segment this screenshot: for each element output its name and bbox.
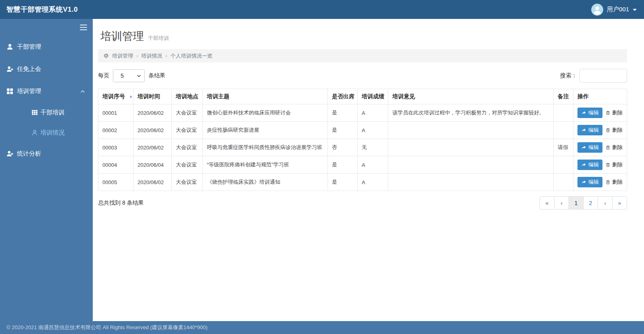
sidebar-item-label: 干部培训 [40,109,65,116]
table-header-row: 培训序号 ▲ 培训时间 培训地点 培训主题 是否出席 培训成绩 培训意见 备注 … [98,89,627,104]
per-page-select[interactable]: 5 [113,69,145,82]
cell-seq: 00004 [98,156,133,174]
delete-button[interactable]: 删除 [605,144,623,151]
cell-score: 无 [358,139,388,156]
user-name: 用户001 [607,6,629,13]
per-page-selected-value: 5 [121,73,124,79]
chevron-down-icon [137,74,141,78]
breadcrumb-item[interactable]: 培训情况 [141,52,162,60]
page-subtitle: 干部培训 [148,35,169,42]
cell-time: 2020/06/02 [133,104,172,122]
table-row: 000012020/06/02大会议室微创心脏外科技术的临床应用研讨会是A该学员… [98,104,627,122]
user-avatar-icon [591,4,603,16]
cell-place: 大会议室 [172,104,203,122]
cell-attended: 否 [328,139,358,156]
delete-button[interactable]: 删除 [605,109,623,116]
cell-place: 大会议室 [172,156,203,174]
column-header-opinion[interactable]: 培训意见 [388,89,554,104]
edit-button[interactable]: 编辑 [577,160,602,170]
delete-button[interactable]: 删除 [605,127,623,134]
column-header-seq[interactable]: 培训序号 ▲ [98,89,133,104]
pagination-first-button[interactable]: « [540,196,554,210]
column-header-place[interactable]: 培训地点 [172,89,203,104]
sidebar-item-label: 培训管理 [17,87,41,95]
cell-opinion: 该学员在此次培训过程中，学习积极努力，对所学知识掌握较好。 [388,104,554,122]
breadcrumb-separator: › [165,53,167,59]
app-window: 智慧干部管理系统V1.0 用户001 干部管理 [0,0,644,334]
cell-time: 2020/06/04 [133,156,172,174]
cell-topic: 炎症性肠病研究新进展 [203,122,328,139]
search-input[interactable] [579,69,627,83]
edit-button[interactable]: 编辑 [577,142,602,153]
sidebar-item-appointment[interactable]: 任免上会 [0,58,93,80]
cell-score: A [358,122,388,139]
breadcrumb-item[interactable]: 培训管理 [112,52,133,60]
per-page-prefix-label: 每页 [98,72,109,79]
cell-place: 大会议室 [172,139,203,156]
pagination-page-1-button[interactable]: 1 [569,196,584,210]
edit-button[interactable]: 编辑 [577,108,602,118]
cell-opinion [388,174,554,191]
cell-actions: 编辑删除 [573,122,627,139]
share-arrow-icon [581,128,586,133]
cell-topic: “等级医院疼痛科创建与规范”学习班 [203,156,328,174]
copyright-text: © 2020-2021 南通苏慧信息技术有限公司 All Rights Rese… [6,324,208,331]
cell-time: 2020/06/02 [133,122,172,139]
cogs-icon [103,53,109,59]
sort-asc-icon: ▲ [129,94,133,98]
sidebar-item-training-management[interactable]: 培训管理 [0,80,93,102]
cell-seq: 00002 [98,122,133,139]
cell-topic: 呼吸与危重症医学科间质性肺疾病诊治进展学习班 [203,139,328,156]
trash-icon [605,179,611,185]
column-header-note[interactable]: 备注 [554,89,573,104]
trash-icon [605,145,611,150]
table-row: 000032020/06/02大会议室呼吸与危重症医学科间质性肺疾病诊治进展学习… [98,139,627,156]
column-header-time[interactable]: 培训时间 [133,89,172,104]
sidebar-item-training-status[interactable]: 培训情况 [0,122,93,143]
results-summary: 总共找到 8 条结果 [98,199,144,207]
edit-button[interactable]: 编辑 [577,125,602,135]
pagination-last-button[interactable]: » [612,196,627,210]
page-title: 培训管理 [100,29,144,44]
topbar: 智慧干部管理系统V1.0 用户001 [0,0,644,19]
delete-button[interactable]: 删除 [605,178,623,186]
user-plus-icon [6,66,13,73]
breadcrumb-item: 个人培训情况一览 [171,52,213,60]
edit-button[interactable]: 编辑 [577,177,602,187]
cell-score: A [358,104,388,122]
cell-attended: 是 [328,174,358,191]
column-header-actions: 操作 [573,89,627,104]
share-arrow-icon [581,162,586,168]
user-outline-icon [31,129,38,136]
cell-opinion [388,156,554,174]
table-row: 000042020/06/04大会议室“等级医院疼痛科创建与规范”学习班是A编辑… [98,156,627,174]
app-title: 智慧干部管理系统V1.0 [6,5,78,14]
cell-note: 请假 [554,139,573,156]
cell-actions: 编辑删除 [573,156,627,174]
cell-note [554,156,573,174]
search-label: 搜索： [560,72,577,79]
pagination-next-button[interactable]: › [598,196,613,210]
sidebar-item-cadre-management[interactable]: 干部管理 [0,36,93,58]
user-menu[interactable]: 用户001 [591,4,637,16]
pagination-prev-button[interactable]: ‹ [554,196,569,210]
pagination-page-2-button[interactable]: 2 [583,196,598,210]
cell-topic: 《烧伤护理临床实践》培训通知 [203,174,328,191]
table-row: 000052020/06/02大会议室《烧伤护理临床实践》培训通知是A编辑删除 [98,174,627,191]
column-header-topic[interactable]: 培训主题 [203,89,328,104]
column-header-attended[interactable]: 是否出席 [328,89,358,104]
trash-icon [605,162,611,168]
cell-attended: 是 [328,156,358,174]
cell-place: 大会议室 [172,122,203,139]
menu-toggle-icon[interactable] [80,25,87,30]
column-header-score[interactable]: 培训成绩 [358,89,388,104]
sidebar-item-cadre-training[interactable]: 干部培训 [0,102,93,122]
sidebar-item-label: 统计分析 [17,150,41,158]
delete-button[interactable]: 删除 [605,161,623,168]
chevron-down-icon [633,9,637,11]
chevron-up-icon [80,89,85,94]
cell-seq: 00005 [98,174,133,191]
sidebar-item-statistics[interactable]: 统计分析 [0,143,93,165]
cell-score: A [358,156,388,174]
trash-icon [605,110,611,116]
